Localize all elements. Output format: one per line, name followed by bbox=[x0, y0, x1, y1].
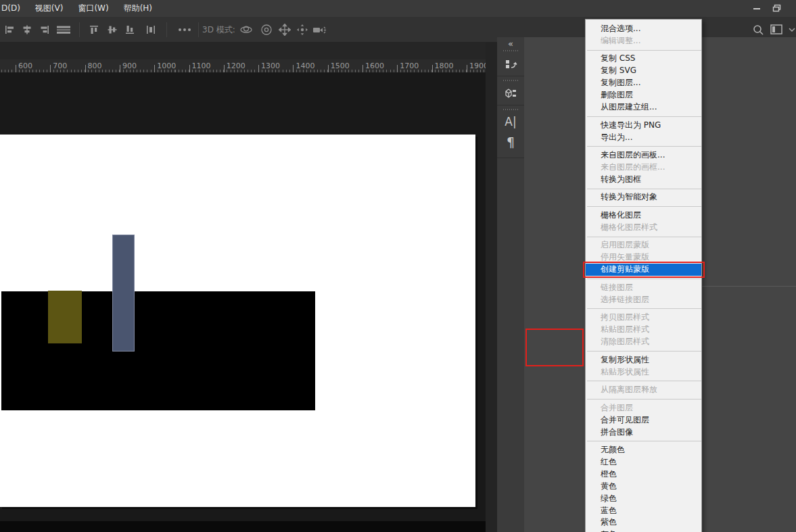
context-menu-item[interactable]: 导出为... bbox=[586, 132, 701, 144]
ruler-tick bbox=[397, 65, 398, 72]
3d-pan-icon[interactable] bbox=[277, 23, 292, 36]
document-viewport bbox=[0, 42, 486, 532]
toolbar-separator bbox=[79, 22, 80, 37]
menu-bar: D(D)视图(V)窗口(W)帮助(H) bbox=[1, 0, 167, 17]
menu-separator bbox=[586, 378, 701, 384]
dock-divider bbox=[497, 105, 524, 105]
menu-separator bbox=[586, 47, 701, 53]
align-center-h-icon[interactable] bbox=[20, 23, 34, 36]
toolbar-separator bbox=[166, 22, 167, 37]
context-menu-item[interactable]: 转换为图框 bbox=[586, 174, 701, 186]
context-menu-item[interactable]: 橙色 bbox=[586, 468, 701, 481]
ruler-tick bbox=[432, 65, 433, 72]
context-menu-item[interactable]: 无颜色 bbox=[586, 444, 701, 456]
menu-separator bbox=[586, 143, 701, 149]
ruler-label: 900 bbox=[122, 62, 137, 70]
context-menu-item[interactable]: 灰色 bbox=[586, 529, 701, 532]
ruler-tick bbox=[16, 65, 16, 72]
paragraph-panel-icon[interactable]: ¶ bbox=[502, 134, 519, 150]
context-menu-item[interactable]: 拼合图像 bbox=[586, 427, 701, 439]
search-icon[interactable] bbox=[751, 23, 766, 36]
menu-separator bbox=[586, 234, 701, 240]
context-menu-item[interactable]: 复制 SVG bbox=[586, 65, 701, 77]
context-menu-item[interactable]: 复制 CSS bbox=[586, 53, 701, 65]
more-options-icon[interactable] bbox=[174, 23, 195, 36]
context-menu-item: 选择链接图层 bbox=[586, 294, 701, 306]
cube-list-icon[interactable] bbox=[502, 85, 519, 101]
ruler-tick bbox=[154, 65, 155, 72]
minimize-icon[interactable] bbox=[747, 0, 766, 16]
menu-separator bbox=[586, 438, 701, 444]
panel-dock-strip: « A| ¶ bbox=[497, 37, 525, 532]
context-menu-item[interactable]: 来自图层的画板... bbox=[586, 149, 701, 162]
context-menu-item[interactable]: 栅格化图层 bbox=[586, 210, 701, 222]
context-menu-item[interactable]: 紫色 bbox=[586, 516, 701, 529]
context-menu-item[interactable]: 黄色 bbox=[586, 481, 701, 493]
menubar-item[interactable]: 帮助(H) bbox=[124, 0, 152, 17]
context-menu-item[interactable]: 混合选项... bbox=[586, 23, 701, 35]
panel-grip[interactable] bbox=[503, 109, 518, 110]
context-menu-item: 停用矢量蒙版 bbox=[586, 251, 701, 264]
horizontal-ruler[interactable]: 6007008009001000110012001300140015001600… bbox=[0, 59, 486, 73]
3d-camera-icon[interactable] bbox=[312, 23, 327, 36]
dock-divider bbox=[497, 76, 524, 76]
ruler-tick bbox=[293, 65, 294, 72]
ruler-tick bbox=[467, 65, 467, 72]
context-menu-item[interactable]: 从图层建立组... bbox=[586, 101, 701, 114]
align-middle-icon[interactable] bbox=[105, 23, 120, 36]
ruler-label: 1500 bbox=[331, 62, 350, 70]
blocks-arrow-icon[interactable] bbox=[502, 56, 519, 72]
align-top-icon[interactable] bbox=[87, 23, 101, 36]
align-left-icon[interactable] bbox=[2, 23, 17, 36]
ruler-tick bbox=[50, 65, 51, 72]
context-menu-item[interactable]: 合并可见图层 bbox=[586, 414, 701, 427]
distribute-h-icon[interactable] bbox=[143, 23, 158, 36]
ruler-label: 1600 bbox=[365, 62, 384, 70]
toolbar-separator bbox=[198, 22, 199, 37]
menubar-item[interactable]: D(D) bbox=[1, 0, 20, 17]
3d-slide-icon[interactable] bbox=[295, 23, 310, 36]
ruler-label: 1300 bbox=[261, 62, 280, 70]
chevron-down-icon[interactable] bbox=[785, 23, 796, 36]
context-menu-item: 从隔离图层释放 bbox=[586, 384, 701, 396]
ruler-tick bbox=[120, 65, 120, 72]
context-menu-item[interactable]: 蓝色 bbox=[586, 505, 701, 517]
menubar-item[interactable]: 视图(V) bbox=[35, 0, 64, 17]
menubar-item[interactable]: 窗口(W) bbox=[78, 0, 108, 17]
ruler-tick bbox=[328, 65, 329, 72]
panel-grip[interactable] bbox=[503, 50, 518, 51]
context-menu-item[interactable]: 红色 bbox=[586, 456, 701, 468]
character-panel-icon[interactable]: A| bbox=[502, 114, 519, 130]
context-menu-item: 栅格化图层样式 bbox=[586, 222, 701, 234]
workspace-switcher-icon[interactable] bbox=[769, 23, 784, 36]
context-menu-item[interactable]: 绿色 bbox=[586, 493, 701, 505]
context-menu-item[interactable]: 转换为智能对象 bbox=[586, 191, 701, 203]
context-menu-item[interactable]: 复制图层... bbox=[586, 77, 701, 89]
ruler-label: 1200 bbox=[227, 62, 245, 70]
context-menu-item: 链接图层 bbox=[586, 282, 701, 294]
ruler-label: 1900 bbox=[469, 62, 486, 70]
ruler-tick bbox=[189, 65, 190, 72]
context-menu-item-create-clipping-mask[interactable]: 创建剪贴蒙版 bbox=[586, 264, 701, 276]
3d-roll-icon[interactable] bbox=[259, 23, 274, 36]
menu-separator bbox=[586, 348, 701, 354]
panel-grip[interactable] bbox=[503, 80, 518, 81]
ruler-tick bbox=[224, 65, 225, 72]
context-menu-item: 来自图层的画框... bbox=[586, 162, 701, 174]
align-bottom-icon[interactable] bbox=[122, 23, 137, 36]
context-menu-item[interactable]: 删除图层 bbox=[586, 89, 701, 101]
collapse-panels-icon[interactable]: « bbox=[508, 39, 513, 49]
context-menu-item[interactable]: 快速导出为 PNG bbox=[586, 120, 701, 132]
document-top-strip bbox=[0, 42, 486, 59]
align-right-icon[interactable] bbox=[37, 23, 52, 36]
dock-divider bbox=[497, 158, 524, 158]
context-menu-item[interactable]: 复制形状属性 bbox=[586, 354, 701, 366]
distribute-centers-icon[interactable] bbox=[54, 23, 73, 36]
restore-icon[interactable] bbox=[767, 0, 786, 16]
3d-orbit-icon[interactable] bbox=[239, 23, 254, 36]
panel-row-divider bbox=[701, 286, 796, 287]
menu-separator bbox=[586, 306, 701, 312]
ruler-label: 800 bbox=[88, 62, 102, 70]
3d-mode-label: 3D 模式: bbox=[202, 24, 235, 36]
ruler-label: 1400 bbox=[296, 62, 314, 70]
